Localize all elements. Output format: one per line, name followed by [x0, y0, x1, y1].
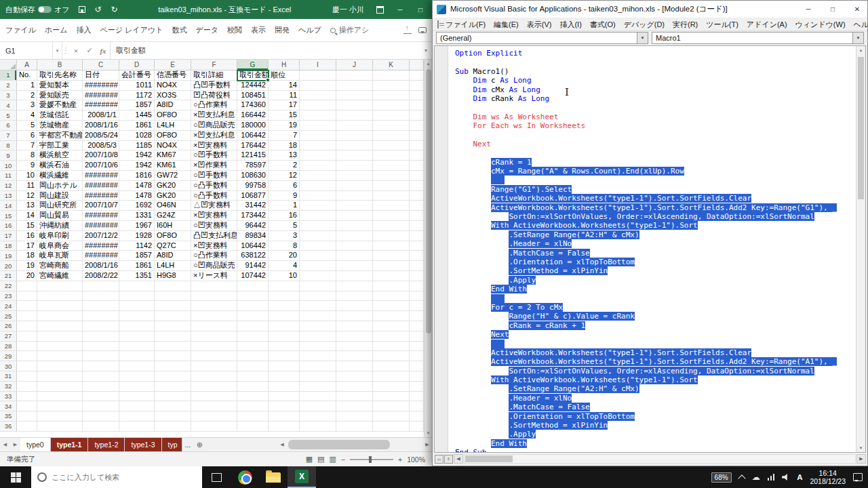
cell-B26[interactable] [37, 321, 83, 331]
action-center-icon[interactable] [853, 473, 863, 481]
cell-partial-35[interactable] [410, 411, 424, 422]
cell-I11[interactable] [300, 171, 336, 181]
cell-I20[interactable] [300, 261, 336, 271]
cell-H10[interactable]: 2 [269, 161, 300, 171]
cell-H27[interactable] [269, 331, 300, 342]
cell-G19[interactable]: 638122 [237, 251, 269, 261]
cell-H12[interactable]: 6 [269, 181, 300, 191]
cell-E23[interactable] [155, 291, 191, 302]
cell-D4[interactable]: 1857 [119, 100, 155, 110]
row-header-7[interactable]: 7 [0, 131, 17, 141]
cell-K9[interactable] [373, 150, 410, 161]
cancel-button[interactable]: × [69, 42, 83, 59]
cell-H8[interactable]: 18 [269, 141, 300, 151]
cell-J12[interactable] [336, 181, 373, 191]
scroll-down-icon[interactable]: ▼ [856, 444, 865, 452]
cell-H7[interactable]: 7 [269, 131, 300, 141]
cell-C25[interactable] [83, 311, 119, 321]
cell-A5[interactable]: 4 [17, 110, 37, 121]
cell-I29[interactable] [300, 351, 336, 361]
cell-D34[interactable] [119, 401, 155, 411]
excel-taskbar-button[interactable]: X [288, 466, 316, 488]
cell-partial-17[interactable] [410, 231, 424, 241]
view-page-layout-icon[interactable]: ▤ [317, 455, 324, 464]
col-header-E[interactable]: E [155, 60, 191, 70]
cell-E9[interactable]: KM67 [155, 150, 191, 161]
cell-F14[interactable]: △凹実務料 [191, 201, 237, 211]
cell-B35[interactable] [37, 411, 83, 422]
enter-button[interactable]: ✓ [83, 42, 96, 59]
cell-E31[interactable] [155, 371, 191, 382]
row-header-32[interactable]: 32 [0, 382, 17, 392]
cell-E22[interactable] [155, 281, 191, 291]
cell-F1[interactable]: 取引詳細 [191, 70, 237, 81]
cell-K28[interactable] [373, 342, 410, 352]
cell-E7[interactable]: OF8O [155, 131, 191, 141]
cell-I15[interactable] [300, 211, 336, 221]
cell-E3[interactable]: XO3S [155, 91, 191, 101]
cell-H13[interactable]: 9 [269, 191, 300, 201]
cell-G35[interactable] [237, 411, 269, 422]
cell-B7[interactable]: 宇都宮不動産 [37, 131, 83, 141]
cell-A21[interactable]: 20 [17, 271, 37, 281]
cell-A10[interactable]: 9 [17, 161, 37, 171]
cell-J5[interactable] [336, 110, 373, 121]
code-line[interactable]: .Apply [455, 430, 856, 439]
vba-menu-0[interactable]: ファイル(F) [441, 20, 490, 30]
hscroll-right-icon[interactable]: ▶ [856, 454, 866, 464]
cell-B32[interactable] [37, 382, 83, 392]
cell-D7[interactable]: 1028 [119, 131, 155, 141]
code-line[interactable]: Next [455, 140, 856, 148]
cell-G26[interactable] [237, 321, 269, 331]
cell-F7[interactable]: ×凹支払利息 [191, 131, 237, 141]
cell-I6[interactable] [300, 121, 336, 131]
cell-K13[interactable] [373, 191, 410, 201]
cell-B30[interactable] [37, 361, 83, 371]
cell-partial-10[interactable] [410, 161, 424, 171]
cell-F33[interactable] [191, 392, 237, 402]
row-header-26[interactable]: 26 [0, 321, 17, 331]
cell-partial-15[interactable] [410, 211, 424, 221]
cell-H28[interactable] [269, 342, 300, 352]
cell-H32[interactable] [269, 382, 300, 392]
cell-K16[interactable] [373, 221, 410, 231]
cell-partial-24[interactable] [410, 301, 424, 311]
cell-C18[interactable]: ######## [83, 241, 119, 251]
cell-J18[interactable] [336, 241, 373, 251]
cell-G14[interactable]: 31442 [237, 201, 269, 211]
cell-K23[interactable] [373, 291, 410, 302]
row-header-1[interactable]: 1 [0, 70, 17, 81]
row-header-31[interactable]: 31 [0, 371, 17, 382]
vba-menu-9[interactable]: ウィンドウ(W) [791, 20, 850, 30]
cell-H35[interactable] [269, 411, 300, 422]
cell-F16[interactable]: ○凹実務料 [191, 221, 237, 231]
cell-E35[interactable] [155, 411, 191, 422]
row-header-28[interactable]: 28 [0, 342, 17, 352]
cell-J4[interactable] [336, 100, 373, 110]
row-header-27[interactable]: 27 [0, 331, 17, 342]
cell-J24[interactable] [336, 301, 373, 311]
cell-I23[interactable] [300, 291, 336, 302]
cell-D20[interactable]: 1861 [119, 261, 155, 271]
cell-E29[interactable] [155, 351, 191, 361]
cell-G21[interactable]: 107442 [237, 271, 269, 281]
cell-A11[interactable]: 10 [17, 171, 37, 181]
view-normal-icon[interactable]: ▦ [306, 455, 313, 464]
explorer-button[interactable] [259, 466, 288, 488]
add-sheet-button[interactable]: ⊕ [193, 438, 205, 451]
cell-A17[interactable]: 16 [17, 231, 37, 241]
cell-D15[interactable]: 1331 [119, 211, 155, 221]
cell-H14[interactable]: 1 [269, 201, 300, 211]
cell-partial-14[interactable] [410, 201, 424, 211]
cell-I26[interactable] [300, 321, 336, 331]
cell-partial-33[interactable] [410, 392, 424, 402]
cell-E8[interactable]: NO4X [155, 141, 191, 151]
cell-D6[interactable]: 1861 [119, 121, 155, 131]
cell-B36[interactable] [37, 422, 83, 432]
code-line[interactable]: cRank = 1 [455, 158, 856, 167]
cell-F25[interactable] [191, 311, 237, 321]
cell-K3[interactable] [373, 91, 410, 101]
cell-K25[interactable] [373, 311, 410, 321]
cell-I32[interactable] [300, 382, 336, 392]
cell-D11[interactable]: 1816 [119, 171, 155, 181]
